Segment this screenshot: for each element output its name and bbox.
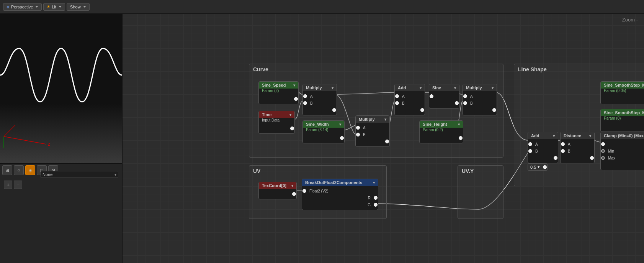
vp-tool-grid[interactable]: ⊞ xyxy=(2,165,12,175)
node-sine-width-header: Sine_Width ▾ xyxy=(303,121,344,128)
node-multiply1: Multiply ▾ A B xyxy=(302,84,337,115)
node-sine-height-expand[interactable]: ▾ xyxy=(458,122,460,127)
node-add2-header: Add ▾ xyxy=(528,132,558,139)
phys-material-select[interactable]: None xyxy=(41,171,118,178)
const05-label: 0.5 xyxy=(530,165,536,169)
node-add1-expand[interactable]: ▾ xyxy=(420,86,422,90)
pin-add2-a-label: A xyxy=(535,142,538,146)
show-btn[interactable]: Show xyxy=(67,3,90,11)
svg-line-1 xyxy=(4,125,15,136)
pin-mul1-b-label: B xyxy=(310,101,313,105)
node-add2-expand[interactable]: ▾ xyxy=(553,134,555,138)
node-multiply1-expand[interactable]: ▾ xyxy=(332,86,333,90)
node-clamp: Clamp (Min=0) (Max=1) ▾ Min Max xyxy=(600,132,644,170)
pin-clamp-max-label: Max xyxy=(608,156,615,160)
node-sine-speed-out xyxy=(259,95,298,102)
node-time-expand[interactable]: ▾ xyxy=(289,113,291,117)
node-sine-title: Sine xyxy=(432,85,441,90)
node-multiply1-title: Multiply xyxy=(306,85,322,90)
node-multiply2-body: A B xyxy=(356,123,389,146)
pin-mul2-a-row: A xyxy=(356,124,389,131)
pin-add2-b-row: B xyxy=(528,148,558,155)
vp-tool-active[interactable]: ◈ xyxy=(25,165,35,175)
node-multiply3-header: Multiply ▾ xyxy=(463,84,497,91)
node-sine-speed-body xyxy=(259,94,298,104)
node-time-body xyxy=(259,123,294,133)
group-uvy-title: UV.Y xyxy=(458,166,503,176)
node-time-title: Time xyxy=(262,112,271,117)
node-multiply2-header: Multiply ▾ xyxy=(356,116,389,123)
node-distance: Distance ▾ A B xyxy=(560,132,595,163)
pin-mul3-out-row xyxy=(463,107,497,113)
pin-mul3-a-row: A xyxy=(463,93,497,100)
node-sine-ss-min-title: Sine_SmoothStep_Min xyxy=(604,83,644,87)
pin-sine-ss-min-out-row xyxy=(601,95,644,102)
pin-mul3-b xyxy=(463,101,467,105)
pin-breakout-r-label: R xyxy=(368,196,371,200)
node-sine-speed-subtitle: Param (2) xyxy=(259,89,298,94)
node-sine-expand[interactable]: ▾ xyxy=(454,86,456,90)
pin-add1-a-label: A xyxy=(402,94,405,99)
node-time-header: Time ▾ xyxy=(259,111,294,118)
node-multiply3-body: A B xyxy=(463,91,497,115)
viewport: z ⊞ ○ ◈ □ ⊠ xyxy=(0,14,122,138)
axis-display: z xyxy=(0,121,122,152)
pin-clamp-min-row: Min xyxy=(601,148,644,155)
main-area: z ⊞ ○ ◈ □ ⊠ Details × Parameter Defaults xyxy=(0,14,644,263)
pin-clamp-in xyxy=(601,142,605,146)
pin-dist-b-row: B xyxy=(561,148,594,155)
add-btn[interactable]: + xyxy=(4,181,12,189)
pin-add1-out-row xyxy=(395,107,425,113)
node-const05: 0.5 ▾ xyxy=(528,163,548,171)
pin-clamp-max xyxy=(601,156,605,160)
plus-minus-row: + − xyxy=(2,179,120,191)
node-texcoord-title: TexCoord[0] xyxy=(262,183,286,188)
node-add2-title: Add xyxy=(531,133,539,138)
node-breakout-body: Float2 (V2) R G xyxy=(302,186,378,210)
pin-mul2-a-label: A xyxy=(363,126,366,130)
node-multiply3-expand[interactable]: ▾ xyxy=(492,86,494,90)
pin-add2-out xyxy=(554,156,557,160)
pin-add1-b-row: B xyxy=(395,100,425,107)
pin-add1-b xyxy=(395,101,399,105)
pin-breakout-in-row: Float2 (V2) xyxy=(302,187,378,194)
node-sine-height-title: Sine_Height xyxy=(423,122,447,127)
node-add1-title: Add xyxy=(398,85,406,90)
node-sine-height-header: Sine_Height ▾ xyxy=(420,121,463,128)
lit-dropdown-icon xyxy=(59,6,62,8)
pin-breakout-g xyxy=(374,203,378,207)
node-multiply2-expand[interactable]: ▾ xyxy=(384,117,386,122)
lit-btn[interactable]: ☀ Lit xyxy=(43,3,65,11)
remove-btn[interactable]: − xyxy=(14,181,22,189)
node-texcoord-expand[interactable]: ▾ xyxy=(291,184,293,188)
pin-texcoord-out-row xyxy=(259,191,296,197)
node-sine-body xyxy=(429,91,459,108)
node-distance-expand[interactable]: ▾ xyxy=(589,134,591,138)
group-lineshape-title: Line Shape xyxy=(514,64,644,74)
pin-sine-in xyxy=(430,94,433,98)
node-editor[interactable]: Zoom - xyxy=(123,14,644,263)
pin-mul1-b xyxy=(303,101,307,105)
pin-dist-a-label: A xyxy=(568,142,570,146)
node-sine-header: Sine ▾ xyxy=(429,84,459,91)
node-sine-speed-expand[interactable]: ▾ xyxy=(293,83,295,87)
node-breakout-expand[interactable]: ▾ xyxy=(373,181,375,185)
node-sine-ss-min: Sine_SmoothStep_Min ▾ Param (0.05) xyxy=(600,81,644,104)
const05-expand[interactable]: ▾ xyxy=(538,164,540,169)
pin-sine-ss-max-out-row xyxy=(601,123,644,130)
vp-tool-circle[interactable]: ○ xyxy=(14,165,24,175)
node-sine-width-subtitle: Param (3.14) xyxy=(303,128,344,133)
node-add1-header: Add ▾ xyxy=(395,84,425,91)
node-time: Time ▾ Input Data xyxy=(258,111,295,134)
pin-sine-height-out-row xyxy=(420,135,463,141)
node-sine-speed-header: Sine_Speed ▾ xyxy=(259,82,298,89)
perspective-btn[interactable]: ◈ Perspective xyxy=(3,3,42,11)
pin-mul1-a-row: A xyxy=(303,93,337,100)
node-sine-ss-min-header: Sine_SmoothStep_Min ▾ xyxy=(601,82,644,89)
node-sine-width-expand[interactable]: ▾ xyxy=(339,122,341,127)
node-breakout-title: BreakOutFloat2Components xyxy=(305,180,362,185)
svg-text:z: z xyxy=(48,141,50,147)
node-sine-speed-title: Sine_Speed xyxy=(262,83,286,87)
pin-mul1-b-row: B xyxy=(303,100,337,107)
show-label: Show xyxy=(70,5,81,9)
